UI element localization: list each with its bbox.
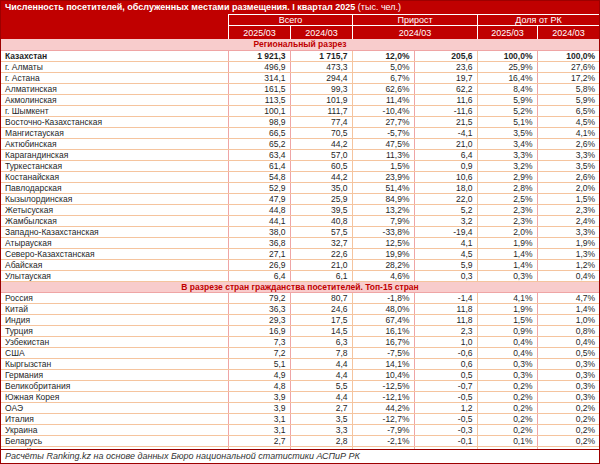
- value-cell: 47,5%: [352, 138, 414, 149]
- value-cell: 16,1%: [352, 325, 414, 336]
- row-label-cell: г. Шымкент: [1, 105, 228, 116]
- table-row: Беларусь2,72,8-2,1%-0,10,1%0,2%: [1, 435, 599, 446]
- value-cell: -7,9%: [352, 424, 414, 435]
- value-cell: 27,6%: [537, 61, 599, 72]
- row-label-cell: Индия: [1, 314, 228, 325]
- value-cell: 101,9: [290, 94, 352, 105]
- value-cell: 2,0%: [477, 226, 537, 237]
- table-row: Северо-Казахстанская27,122,619,9%4,51,4%…: [1, 248, 599, 259]
- value-cell: 3,3: [290, 424, 352, 435]
- value-cell: -11,6: [414, 105, 477, 116]
- value-cell: -1,4: [414, 292, 477, 303]
- row-label-cell: Жамбылская: [1, 215, 228, 226]
- value-cell: 1,9%: [477, 237, 537, 248]
- value-cell: 7,3: [228, 336, 290, 347]
- value-cell: 36,8: [228, 237, 290, 248]
- value-cell: 2,5%: [477, 193, 537, 204]
- value-cell: -7,5%: [352, 347, 414, 358]
- value-cell: 1,5%: [352, 160, 414, 171]
- table-row: Кызылординская47,925,984,9%22,02,5%1,5%: [1, 193, 599, 204]
- value-cell: 1,4%: [477, 248, 537, 259]
- value-cell: 0,3%: [477, 270, 537, 281]
- value-cell: 3,2: [414, 215, 477, 226]
- value-cell: 4,7%: [537, 292, 599, 303]
- page-title: Численность посетителей, обслуженных мес…: [1, 1, 599, 14]
- value-cell: 294,4: [290, 72, 352, 83]
- value-cell: 473,3: [290, 61, 352, 72]
- value-cell: 16,7%: [352, 336, 414, 347]
- value-cell: 2,6%: [537, 171, 599, 182]
- row-label-cell: Актюбинская: [1, 138, 228, 149]
- row-label-cell: Западно-Казахстанская: [1, 226, 228, 237]
- value-cell: 24,6: [290, 303, 352, 314]
- value-cell: 2,8%: [477, 182, 537, 193]
- value-cell: 44,1: [228, 215, 290, 226]
- header-sub-growth-2024: 2024/03: [352, 26, 477, 39]
- table-row: Улытауская6,46,14,6%0,30,3%0,4%: [1, 270, 599, 281]
- section-header-row: Региональный разрез: [1, 39, 599, 50]
- value-cell: -10,4%: [352, 105, 414, 116]
- value-cell: 0,2%: [477, 424, 537, 435]
- value-cell: 3,3%: [537, 226, 599, 237]
- value-cell: 2,3%: [477, 204, 537, 215]
- value-cell: 1,5%: [537, 193, 599, 204]
- value-cell: 19,9%: [352, 248, 414, 259]
- table-row: Китай36,324,648,0%11,81,9%1,4%: [1, 303, 599, 314]
- value-cell: 2,3%: [537, 204, 599, 215]
- row-label-cell: ОАЭ: [1, 402, 228, 413]
- value-cell: 0,2%: [477, 380, 537, 391]
- report-table: Численность посетителей, обслуженных мес…: [0, 0, 600, 464]
- value-cell: 100,1: [228, 105, 290, 116]
- value-cell: 52,9: [228, 182, 290, 193]
- value-cell: -12,7%: [352, 413, 414, 424]
- value-cell: 22,6: [290, 248, 352, 259]
- value-cell: 62,2: [414, 83, 477, 94]
- value-cell: 3,5%: [477, 127, 537, 138]
- value-cell: -5,7%: [352, 127, 414, 138]
- header-group-total: Всего: [228, 14, 352, 26]
- value-cell: 11,6: [414, 94, 477, 105]
- row-label-cell: Великобритания: [1, 380, 228, 391]
- value-cell: 17,5: [290, 314, 352, 325]
- value-cell: 65,2: [228, 138, 290, 149]
- table-body-wrap: Региональный разрезКазахстан1 921,31 715…: [1, 39, 599, 449]
- value-cell: -0,7: [414, 380, 477, 391]
- table-row: Актюбинская65,244,247,5%21,03,4%2,6%: [1, 138, 599, 149]
- row-label-cell: г. Астана: [1, 72, 228, 83]
- value-cell: 2,3: [414, 325, 477, 336]
- table-row: Турция16,914,516,1%2,30,9%0,8%: [1, 325, 599, 336]
- value-cell: 22,0: [414, 193, 477, 204]
- row-label-cell: Беларусь: [1, 435, 228, 446]
- value-cell: 100,0%: [477, 50, 537, 61]
- value-cell: 57,5: [290, 226, 352, 237]
- table-row: Южная Корея3,94,4-12,1%-0,50,2%0,3%: [1, 391, 599, 402]
- value-cell: 111,7: [290, 105, 352, 116]
- table-row: г. Алматы496,9473,35,0%23,625,9%27,6%: [1, 61, 599, 72]
- value-cell: 0,3%: [477, 369, 537, 380]
- value-cell: 18,0: [414, 182, 477, 193]
- value-cell: 54,8: [228, 171, 290, 182]
- table-row: Атырауская36,832,712,5%4,11,9%1,9%: [1, 237, 599, 248]
- value-cell: -12,1%: [352, 391, 414, 402]
- value-cell: 77,4: [290, 116, 352, 127]
- section-label: В разрезе стран гражданства посетителей.…: [1, 281, 599, 292]
- value-cell: 2,7: [290, 402, 352, 413]
- value-cell: 0,4%: [537, 336, 599, 347]
- value-cell: 39,5: [290, 204, 352, 215]
- value-cell: 4,4: [290, 391, 352, 402]
- value-cell: 0,3%: [537, 369, 599, 380]
- table-row: Павлодарская52,935,051,4%18,02,8%2,0%: [1, 182, 599, 193]
- value-cell: 0,6: [414, 358, 477, 369]
- table-row: США7,27,8-7,5%-0,60,4%0,5%: [1, 347, 599, 358]
- value-cell: 11,8: [414, 303, 477, 314]
- row-label-cell: Узбекистан: [1, 336, 228, 347]
- value-cell: 44,2: [290, 171, 352, 182]
- value-cell: 7,9%: [352, 215, 414, 226]
- row-label-cell: США: [1, 347, 228, 358]
- value-cell: 6,7%: [352, 72, 414, 83]
- value-cell: 5,2: [414, 204, 477, 215]
- value-cell: 4,8: [228, 380, 290, 391]
- value-cell: 4,5%: [537, 116, 599, 127]
- value-cell: 0,2%: [477, 402, 537, 413]
- value-cell: 0,5: [414, 369, 477, 380]
